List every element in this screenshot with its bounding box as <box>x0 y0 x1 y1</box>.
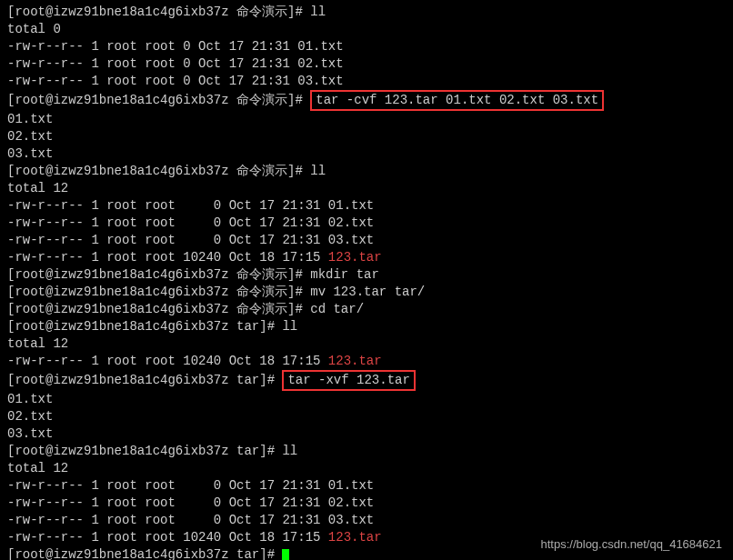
output-line: -rw-r--r-- 1 root root 0 Oct 17 21:31 03… <box>7 73 726 90</box>
command-line: [root@izwz91bne18a1c4g6ixb37z tar]# tar … <box>7 370 726 391</box>
output-line: -rw-r--r-- 1 root root 0 Oct 17 21:31 01… <box>7 197 726 215</box>
output-line: -rw-r--r-- 1 root root 0 Oct 17 21:31 01… <box>7 477 726 495</box>
tar-filename: 123.tar <box>328 250 382 265</box>
shell-prompt: [root@izwz91bne18a1c4g6ixb37z 命令演示]# <box>7 93 310 107</box>
output-line: -rw-r--r-- 1 root root 0 Oct 17 21:31 02… <box>7 55 726 73</box>
output-line: 03.txt <box>7 425 726 443</box>
tar-filename: 123.tar <box>328 530 382 545</box>
output-line: total 12 <box>7 460 726 477</box>
output-line: 03.txt <box>7 145 726 163</box>
output-line: 02.txt <box>7 408 726 425</box>
shell-prompt: [root@izwz91bne18a1c4g6ixb37z tar]# <box>7 373 282 387</box>
cursor-icon <box>282 549 289 560</box>
output-line: [root@izwz91bne18a1c4g6ixb37z 命令演示]# ll <box>7 163 726 180</box>
output-line: -rw-r--r-- 1 root root 0 Oct 17 21:31 03… <box>7 232 726 249</box>
terminal-output[interactable]: [root@izwz91bne18a1c4g6ixb37z 命令演示]# ll … <box>0 0 733 560</box>
output-line: 02.txt <box>7 128 726 145</box>
output-line: -rw-r--r-- 1 root root 0 Oct 17 21:31 02… <box>7 215 726 232</box>
output-line: [root@izwz91bne18a1c4g6ixb37z 命令演示]# mv … <box>7 284 726 301</box>
output-line: 01.txt <box>7 111 726 128</box>
output-line: total 12 <box>7 180 726 197</box>
output-line: [root@izwz91bne18a1c4g6ixb37z tar]# ll <box>7 443 726 460</box>
highlighted-command: tar -xvf 123.tar <box>282 370 415 391</box>
output-line: -rw-r--r-- 1 root root 0 Oct 17 21:31 03… <box>7 512 726 529</box>
file-meta: -rw-r--r-- 1 root root 10240 Oct 18 17:1… <box>7 354 328 368</box>
output-line: 01.txt <box>7 391 726 408</box>
output-line: total 0 <box>7 21 726 38</box>
output-line: -rw-r--r-- 1 root root 0 Oct 17 21:31 01… <box>7 38 726 55</box>
command-line: [root@izwz91bne18a1c4g6ixb37z 命令演示]# tar… <box>7 90 726 111</box>
output-line: [root@izwz91bne18a1c4g6ixb37z 命令演示]# cd … <box>7 301 726 318</box>
file-meta: -rw-r--r-- 1 root root 10240 Oct 18 17:1… <box>7 250 328 265</box>
tar-filename: 123.tar <box>328 354 382 368</box>
watermark-text: https://blog.csdn.net/qq_41684621 <box>541 535 723 553</box>
file-meta: -rw-r--r-- 1 root root 10240 Oct 18 17:1… <box>7 530 328 545</box>
shell-prompt: [root@izwz91bne18a1c4g6ixb37z tar]# <box>7 547 282 560</box>
output-line: -rw-r--r-- 1 root root 10240 Oct 18 17:1… <box>7 353 726 370</box>
output-line: -rw-r--r-- 1 root root 10240 Oct 18 17:1… <box>7 249 726 266</box>
output-line: total 12 <box>7 335 726 353</box>
highlighted-command: tar -cvf 123.tar 01.txt 02.txt 03.txt <box>310 90 604 111</box>
output-line: [root@izwz91bne18a1c4g6ixb37z 命令演示]# mkd… <box>7 266 726 284</box>
output-line: -rw-r--r-- 1 root root 0 Oct 17 21:31 02… <box>7 495 726 512</box>
output-line: [root@izwz91bne18a1c4g6ixb37z tar]# ll <box>7 318 726 335</box>
output-line: [root@izwz91bne18a1c4g6ixb37z 命令演示]# ll <box>7 4 726 21</box>
